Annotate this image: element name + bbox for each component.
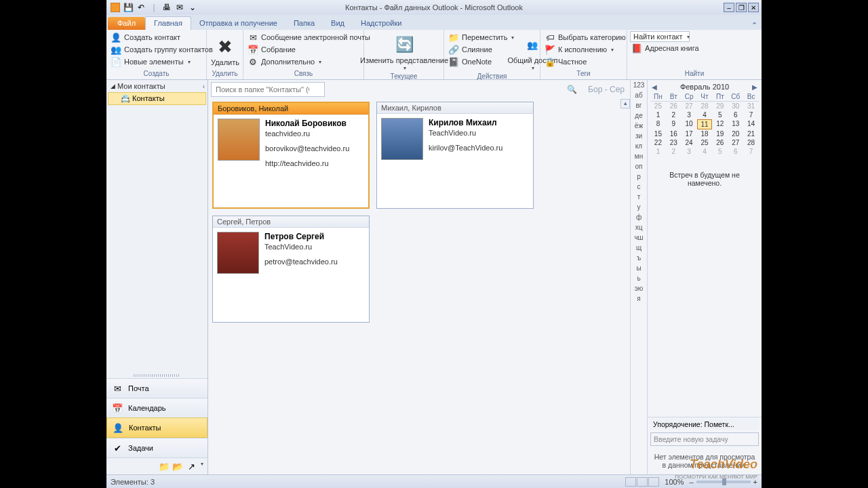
tab-home[interactable]: Главная (145, 16, 191, 30)
search-input[interactable] (211, 82, 325, 97)
address-book-button[interactable]: 📕Адресная книга (630, 42, 701, 54)
alpha-index-item[interactable]: с (631, 182, 647, 192)
cal-day[interactable]: 4 (697, 110, 713, 119)
cal-day-other[interactable]: 7 (743, 147, 759, 156)
alpha-index-item[interactable]: т (631, 192, 647, 202)
cal-day[interactable]: 5 (712, 110, 728, 119)
dd-icon[interactable]: ⌄ (186, 1, 199, 14)
cal-day[interactable]: 11 (697, 119, 713, 129)
cal-day-other[interactable]: 26 (666, 102, 682, 110)
nav-header[interactable]: ◢Мои контакты‹ (106, 80, 208, 92)
cal-day[interactable]: 7 (743, 110, 759, 119)
cal-day[interactable]: 23 (666, 138, 682, 147)
tab-sendrecv[interactable]: Отправка и получение (191, 17, 285, 30)
cal-day[interactable]: 27 (728, 138, 743, 147)
contact-card[interactable]: Боровиков, Николай Николай Боровиков tea… (212, 102, 370, 209)
collapse-icon[interactable]: ‹ (203, 83, 205, 90)
alpha-index-item[interactable]: ъ (631, 253, 647, 263)
alpha-index-item[interactable]: я (631, 293, 647, 304)
cal-day[interactable]: 17 (682, 129, 697, 138)
nav-calendar[interactable]: 📅Календарь (106, 398, 208, 418)
cal-day[interactable]: 1 (650, 110, 666, 119)
alpha-index-item[interactable]: вг (631, 100, 647, 110)
ribbon-collapse-icon[interactable]: ⌃ (751, 21, 757, 30)
alpha-index-item[interactable]: де (631, 110, 647, 121)
cal-day[interactable]: 21 (743, 129, 759, 138)
nav-tasks[interactable]: ✔Задачи (106, 438, 208, 458)
folder2-mini-icon[interactable]: 📂 (172, 461, 183, 472)
alpha-index-item[interactable]: у (631, 202, 647, 212)
cal-day[interactable]: 14 (743, 119, 759, 129)
alpha-index-item[interactable]: кл (631, 141, 647, 151)
category-button[interactable]: 🏷Выбрать категорию▾ (543, 31, 634, 43)
cal-day-other[interactable]: 28 (697, 102, 713, 110)
shortcut-mini-icon[interactable]: ↗ (186, 461, 197, 472)
cal-day[interactable]: 2 (666, 110, 682, 119)
meeting-button[interactable]: 📅Собрание (246, 43, 372, 56)
move-button[interactable]: 📁Переместить▾ (447, 31, 515, 43)
nav-contacts[interactable]: 👤Контакты (106, 418, 208, 438)
cal-next-icon[interactable]: ▶ (752, 83, 757, 91)
cal-day-other[interactable]: 1 (650, 147, 666, 156)
email-button[interactable]: ✉Сообщение электронной почты (246, 31, 372, 43)
alpha-index-item[interactable]: аб (631, 90, 647, 100)
cal-day-other[interactable]: 25 (650, 102, 666, 110)
cal-day[interactable]: 20 (728, 129, 743, 138)
tab-addins[interactable]: Надстройки (353, 17, 410, 30)
cal-day[interactable]: 24 (682, 138, 697, 147)
private-button[interactable]: 🔒Частное (543, 56, 634, 68)
cal-day[interactable]: 13 (728, 119, 743, 129)
alpha-index-item[interactable]: оп (631, 161, 647, 171)
cal-day-other[interactable]: 29 (712, 102, 728, 110)
cal-day[interactable]: 26 (712, 138, 728, 147)
restore-icon[interactable]: ❐ (736, 3, 747, 12)
alpha-index-item[interactable]: чш (631, 232, 647, 243)
contact-card[interactable]: Сергей, Петров Петров Сергей TeachVideo.… (212, 216, 370, 323)
cal-day[interactable]: 3 (682, 110, 697, 119)
cal-day[interactable]: 22 (650, 138, 666, 147)
tab-view[interactable]: Вид (323, 17, 353, 30)
print-icon[interactable]: 🖶 (161, 1, 173, 14)
cal-day-other[interactable]: 27 (682, 102, 697, 110)
new-group-button[interactable]: 👥Создать группу контактов (109, 43, 214, 56)
cal-day-other[interactable]: 6 (728, 147, 743, 156)
minimize-icon[interactable]: – (724, 3, 734, 12)
contact-card[interactable]: Михаил, Кирилов Кирилов Михаил TeachVide… (376, 102, 534, 209)
alpha-index-item[interactable]: эю (631, 283, 647, 293)
scroll-up-icon[interactable]: ▴ (620, 99, 630, 108)
cal-day-other[interactable]: 2 (666, 147, 682, 156)
cal-day[interactable]: 9 (666, 119, 682, 129)
cal-day[interactable]: 12 (712, 119, 728, 129)
find-contact-input[interactable]: Найти контакт▾ (630, 31, 690, 42)
cal-day-other[interactable]: 5 (712, 147, 728, 156)
cal-day-other[interactable]: 4 (697, 147, 713, 156)
cal-day[interactable]: 10 (682, 119, 697, 129)
cal-day[interactable]: 6 (728, 110, 743, 119)
tab-file[interactable]: Файл (108, 17, 145, 30)
alpha-index-item[interactable]: щ (631, 243, 647, 253)
sendrecv-icon[interactable]: ✉ (174, 1, 186, 14)
view-buttons[interactable] (625, 477, 659, 487)
alpha-index-item[interactable]: ф (631, 212, 647, 222)
cal-day[interactable]: 25 (697, 138, 713, 147)
cal-prev-icon[interactable]: ◀ (652, 83, 657, 91)
folder-mini-icon[interactable]: 📁 (159, 461, 170, 472)
zoom-slider[interactable] (696, 481, 751, 483)
nav-options-icon[interactable]: ▾ (201, 461, 203, 472)
more-link-button[interactable]: ⚙Дополнительно▾ (246, 56, 372, 68)
alpha-index-item[interactable]: 123 (631, 80, 647, 90)
cal-day[interactable]: 18 (697, 129, 713, 138)
alpha-index-item[interactable]: мн (631, 151, 647, 161)
followup-button[interactable]: 🚩К исполнению▾ (543, 43, 634, 56)
onenote-button[interactable]: 📓OneNote (447, 56, 515, 68)
tab-folder[interactable]: Папка (285, 17, 323, 30)
nav-contacts-item[interactable]: 📇 Контакты (108, 92, 206, 105)
cal-day[interactable]: 16 (666, 129, 682, 138)
nav-mail[interactable]: ✉Почта (106, 378, 208, 398)
cal-day[interactable]: 8 (650, 119, 666, 129)
alpha-index-item[interactable]: хц (631, 222, 647, 232)
undo-icon[interactable]: ↶ (135, 1, 147, 14)
delete-button[interactable]: ✖Удалить (210, 31, 241, 69)
outlook-icon[interactable] (109, 1, 121, 14)
cal-day-other[interactable]: 3 (682, 147, 697, 156)
